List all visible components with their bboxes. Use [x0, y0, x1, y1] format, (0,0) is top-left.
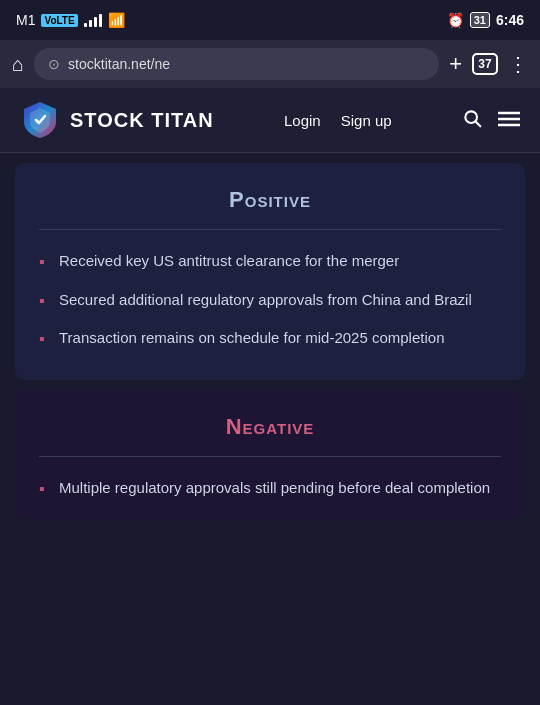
new-tab-button[interactable]: +	[449, 51, 462, 77]
bullet-text-1: Received key US antitrust clearance for …	[59, 252, 399, 269]
battery-indicator: 31	[470, 12, 490, 28]
status-right: ⏰ 31 6:46	[447, 12, 524, 28]
home-button[interactable]: ⌂	[12, 53, 24, 76]
wifi-icon: 📶	[108, 12, 125, 28]
negative-bullet-text-1: Multiple regulatory approvals still pend…	[59, 479, 490, 496]
signup-link[interactable]: Sign up	[341, 112, 392, 129]
svg-line-1	[476, 121, 481, 126]
list-item: Multiple regulatory approvals still pend…	[39, 477, 501, 500]
tabs-count-button[interactable]: 37	[472, 53, 498, 75]
logo-text: STOCK TITAN	[70, 109, 214, 132]
negative-title: Negative	[39, 414, 501, 440]
alarm-icon: ⏰	[447, 12, 464, 28]
carrier-label: M1	[16, 12, 35, 28]
search-button[interactable]	[462, 108, 482, 133]
navigation-bar: STOCK TITAN Login Sign up	[0, 88, 540, 153]
login-link[interactable]: Login	[284, 112, 321, 129]
status-left: M1 VoLTE 📶	[16, 12, 125, 28]
logo-container: STOCK TITAN	[20, 100, 214, 140]
positive-section: Positive Received key US antitrust clear…	[15, 163, 525, 380]
list-item: Secured additional regulatory approvals …	[39, 289, 501, 312]
volte-badge: VoLTE	[41, 14, 77, 27]
positive-bullet-list: Received key US antitrust clearance for …	[39, 250, 501, 350]
address-bar[interactable]: ⊙ stocktitan.net/ne	[34, 48, 439, 80]
nav-links: Login Sign up	[284, 112, 392, 129]
nav-icons	[462, 108, 520, 133]
battery-level: 31	[474, 14, 486, 26]
list-item: Received key US antitrust clearance for …	[39, 250, 501, 273]
status-bar: M1 VoLTE 📶 ⏰ 31 6:46	[0, 0, 540, 40]
negative-section: Negative Multiple regulatory approvals s…	[15, 390, 525, 520]
negative-bullet-list: Multiple regulatory approvals still pend…	[39, 477, 501, 500]
positive-title: Positive	[39, 187, 501, 213]
list-item: Transaction remains on schedule for mid-…	[39, 327, 501, 350]
bullet-text-3: Transaction remains on schedule for mid-…	[59, 329, 444, 346]
signal-bars	[84, 13, 102, 27]
main-content: Positive Received key US antitrust clear…	[0, 163, 540, 519]
browser-chrome: ⌂ ⊙ stocktitan.net/ne + 37 ⋮	[0, 40, 540, 88]
browser-actions: + 37 ⋮	[449, 51, 528, 77]
hamburger-menu-button[interactable]	[498, 109, 520, 132]
logo-icon	[20, 100, 60, 140]
site-info-icon: ⊙	[48, 56, 60, 72]
browser-menu-button[interactable]: ⋮	[508, 52, 528, 76]
address-text: stocktitan.net/ne	[68, 56, 425, 72]
negative-divider	[39, 456, 501, 457]
time-display: 6:46	[496, 12, 524, 28]
positive-divider	[39, 229, 501, 230]
bullet-text-2: Secured additional regulatory approvals …	[59, 291, 472, 308]
